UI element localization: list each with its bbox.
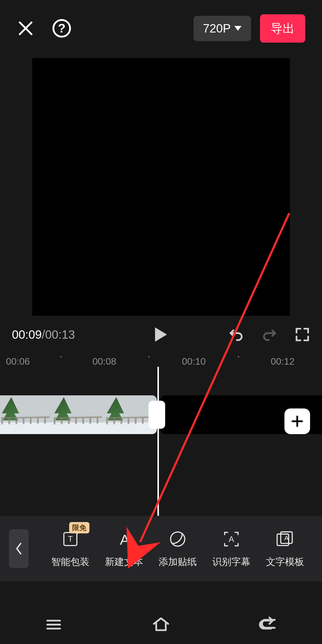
ruler-dot-icon (148, 356, 150, 357)
current-time: 00:09 (12, 328, 42, 341)
ruler-dot-icon (61, 356, 62, 357)
toolbar-items: 限免 T 智能包装 A+ 新建文本 添加贴纸 A 识别字幕 (29, 529, 322, 569)
svg-text:+: + (129, 535, 134, 547)
nav-home-button[interactable] (151, 615, 171, 634)
ruler-dot-icon (238, 356, 239, 357)
chevron-left-icon (15, 542, 23, 555)
tool-recognize-caption[interactable]: A 识别字幕 (205, 529, 258, 569)
plus-icon (290, 414, 304, 428)
transition-handle[interactable] (148, 401, 165, 429)
top-bar: ? 720P 导出 (0, 0, 322, 57)
export-button[interactable]: 导出 (260, 14, 305, 43)
nav-menu-button[interactable] (44, 615, 63, 634)
clip-thumbnail (0, 395, 52, 434)
sticker-icon (167, 529, 188, 549)
nav-back-button[interactable] (257, 615, 276, 634)
help-button[interactable]: ? (52, 19, 71, 38)
tool-label: 新建文本 (105, 555, 143, 569)
resolution-button[interactable]: 720P (193, 16, 251, 41)
tool-label: 添加贴纸 (159, 555, 197, 569)
play-icon (155, 327, 167, 342)
total-time: 00:13 (45, 328, 75, 341)
tool-add-sticker[interactable]: 添加贴纸 (151, 529, 205, 569)
resolution-label: 720P (203, 22, 231, 35)
video-clip[interactable] (0, 395, 157, 434)
ruler-tick: 00:10 (182, 356, 206, 367)
play-button[interactable] (155, 327, 167, 342)
svg-text:A: A (120, 532, 130, 547)
video-preview[interactable] (32, 58, 290, 316)
text-template-icon: A (275, 529, 295, 549)
fullscreen-button[interactable] (295, 327, 310, 342)
chevron-down-icon (234, 26, 242, 31)
playback-right-controls (228, 326, 310, 343)
tool-text-template[interactable]: A 文字模板 (258, 529, 312, 569)
timeline-ruler[interactable]: 00:06 00:08 00:10 00:12 (0, 353, 322, 368)
new-text-icon: A+ (114, 529, 134, 549)
ruler-tick: 00:06 (6, 356, 30, 367)
tool-smart-package[interactable]: 限免 T 智能包装 (44, 529, 97, 569)
bottom-toolbar: 限免 T 智能包装 A+ 新建文本 添加贴纸 A 识别字幕 (0, 516, 322, 581)
clip-thumbnail (52, 395, 105, 434)
redo-button[interactable] (261, 326, 278, 343)
playhead[interactable] (157, 367, 159, 540)
top-right-group: 720P 导出 (193, 14, 305, 43)
svg-text:A: A (284, 534, 289, 542)
badge-free: 限免 (69, 522, 89, 533)
ruler-tick: 00:08 (92, 356, 116, 367)
tool-label: 智能包装 (51, 555, 89, 569)
add-clip-button[interactable] (284, 408, 310, 434)
tool-label: 识别字幕 (212, 555, 250, 569)
caption-recognize-icon: A (221, 529, 242, 549)
close-button[interactable] (17, 19, 35, 37)
svg-text:T: T (68, 534, 73, 543)
ruler-tick: 00:12 (271, 356, 295, 367)
time-separator: / (42, 328, 45, 341)
toolbar-back-button[interactable] (9, 529, 29, 568)
playback-bar: 00:09 / 00:13 (0, 322, 322, 347)
undo-button[interactable] (228, 326, 244, 343)
timeline-track[interactable] (0, 387, 322, 450)
tool-new-text[interactable]: A+ 新建文本 (97, 529, 151, 569)
svg-text:A: A (229, 535, 234, 544)
tool-label: 文字模板 (266, 555, 304, 569)
